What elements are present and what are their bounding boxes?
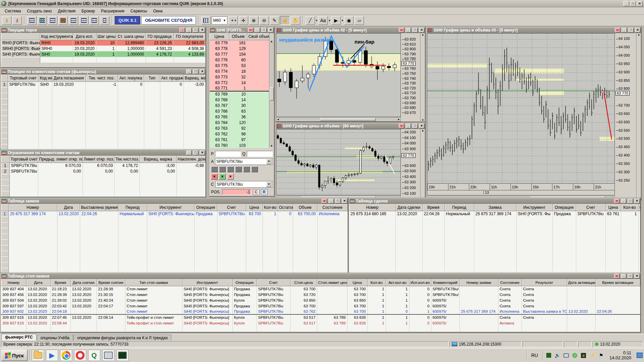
- candle-chart-icon[interactable]: [201, 16, 211, 25]
- maximize-button[interactable]: □: [193, 150, 198, 155]
- column-header[interactable]: Дата погашения: [52, 75, 86, 81]
- column-header[interactable]: Тип: [144, 75, 160, 81]
- explorer-shortcut[interactable]: [32, 350, 44, 361]
- column-header[interactable]: Остаток: [278, 204, 293, 211]
- column-header[interactable]: Предыд. лимит откр. по: [38, 156, 83, 163]
- chevron-down-icon[interactable]: ▾: [329, 19, 330, 22]
- chart3-plot[interactable]: [427, 33, 615, 184]
- new-table-icon[interactable]: [27, 16, 37, 25]
- table-row[interactable]: 63 777154: [210, 51, 269, 57]
- table-row[interactable]: 309 837 50413.02.202021:39:0213.02.20202…: [1, 297, 640, 303]
- current-trades-table[interactable]: Код инструментаДата исп.Шаг ценыСт. шага…: [1, 33, 206, 63]
- column-header[interactable]: [1, 204, 8, 211]
- column-header[interactable]: Кол-во: [263, 204, 278, 211]
- column-header[interactable]: [1, 75, 8, 81]
- eraser-icon[interactable]: ▱: [355, 16, 364, 25]
- column-header[interactable]: Время: [422, 204, 444, 211]
- minimize-button[interactable]: _: [255, 28, 260, 33]
- menu-extensions[interactable]: Расширения: [98, 8, 127, 14]
- chart60-vscrollbar[interactable]: ▲▼: [420, 129, 425, 200]
- close-button[interactable]: ✕: [200, 69, 205, 74]
- table-row[interactable]: 63 76730: [210, 103, 269, 108]
- minimize-button[interactable]: _: [186, 150, 192, 155]
- table-row[interactable]: 309 837 40413.02.202021:18:2313.02.20202…: [1, 286, 640, 292]
- maximize-button[interactable]: □: [335, 199, 340, 203]
- column-header[interactable]: Счет: [217, 204, 246, 211]
- minimize-button[interactable]: _: [623, 1, 629, 6]
- close-button[interactable]: ✕: [635, 28, 640, 33]
- maximize-button[interactable]: □: [193, 69, 198, 74]
- maximize-button[interactable]: □: [628, 274, 633, 279]
- period-select[interactable]: M60▼: [212, 16, 227, 24]
- column-header[interactable]: Стоп-цена: [290, 279, 317, 286]
- add-indicator-icon[interactable]: ＋▾: [228, 16, 238, 25]
- nvidia-settings-icon[interactable]: ◉: [581, 352, 587, 358]
- table-row[interactable]: 63 764120: [210, 120, 269, 125]
- column-header[interactable]: Вариац. маржа: [183, 75, 206, 81]
- close-button[interactable]: ✕: [634, 274, 640, 279]
- column-header[interactable]: Счет: [576, 204, 605, 211]
- zoom-out-icon[interactable]: ⊖: [260, 16, 269, 25]
- opera-shortcut[interactable]: [74, 350, 86, 361]
- column-header[interactable]: Дата исп.: [73, 33, 96, 40]
- column-header[interactable]: Инструмент: [516, 204, 552, 211]
- trades-table[interactable]: НомерДата сделкиВремяПериодЗаявкаИнструм…: [349, 204, 640, 274]
- table-row[interactable]: 63 77332: [210, 74, 269, 80]
- orderbook-table[interactable]: ЦенаОбъемСвой объем 63 77916163 77812963…: [210, 33, 269, 148]
- table-row[interactable]: 25 675 314 680 16513.02.202022:04:26Норм…: [349, 211, 640, 217]
- update-today-button[interactable]: ОБНОВИТЕ СЕГОДНЯ: [141, 16, 196, 24]
- quotes-table-icon[interactable]: [58, 16, 68, 25]
- chrome-shortcut[interactable]: [60, 350, 72, 361]
- table-row[interactable]: 63 77214: [210, 80, 269, 85]
- column-header[interactable]: Время активации: [595, 279, 640, 286]
- trend-line-icon[interactable]: ╱: [306, 16, 315, 25]
- window-title-bar[interactable]: Таблица стоп-заявок ∞ _ □ ✕: [1, 273, 640, 279]
- column-header[interactable]: Тип стоп-заявки: [125, 279, 182, 286]
- table-row[interactable]: 309 837 45613.02.202021:28:3913.02.20202…: [1, 292, 640, 297]
- pointer-hand-icon[interactable]: ☝: [280, 16, 290, 25]
- table-row[interactable]: 63 77660: [210, 57, 269, 63]
- maximize-button[interactable]: □: [412, 28, 418, 33]
- order-button-6[interactable]: [251, 166, 258, 172]
- column-header[interactable]: Код инс: [39, 75, 52, 81]
- chart2-hscrollbar[interactable]: ◄►: [276, 117, 401, 122]
- list-icon[interactable]: [100, 16, 109, 25]
- table-row[interactable]: 63 76910: [210, 91, 269, 97]
- tab-futures-rts[interactable]: фьючерс РТС: [1, 334, 37, 341]
- column-header[interactable]: Выставлена (время): [80, 204, 118, 211]
- window-title-bar[interactable]: Ограничения по клиентским счетам _ □ ✕: [1, 150, 206, 156]
- tab-reversal-figures[interactable]: определяем фигуры разворота на К и Л тре…: [73, 335, 171, 341]
- column-header[interactable]: ГО продавца: [146, 33, 173, 40]
- maximize-button[interactable]: □: [412, 124, 418, 128]
- arrow-marker-icon[interactable]: ▶: [331, 16, 341, 25]
- table-row[interactable]: 309 837 61513.02.202022:07:4513.02.20202…: [1, 314, 640, 320]
- table-row[interactable]: 309 837 61913.02.202022:08:44Тейк-профит…: [1, 320, 640, 326]
- minimize-button[interactable]: _: [186, 69, 192, 74]
- column-header[interactable]: Цена: [605, 204, 621, 211]
- column-header[interactable]: Кол-во: [621, 204, 638, 211]
- close-button[interactable]: ✕: [419, 124, 424, 128]
- minimize-button[interactable]: _: [328, 199, 334, 203]
- orderbook-scrollbar[interactable]: ▲▼: [269, 40, 274, 147]
- column-header[interactable]: Номер заявки: [460, 279, 498, 286]
- quik-shortcut[interactable]: Q: [88, 350, 100, 361]
- menu-windows[interactable]: Окна: [151, 8, 165, 14]
- column-header[interactable]: Торговый счет: [8, 75, 39, 81]
- window-title-bar[interactable]: SiH0 [FORTS: Фью ∞ _ □ ✕: [210, 27, 274, 33]
- column-header[interactable]: Шаг цены: [96, 33, 116, 40]
- move-tool-icon[interactable]: ✛: [239, 16, 248, 25]
- window-title-bar[interactable]: SiH0 График цены и объёма #2 - [5 минут]…: [276, 27, 425, 33]
- table-row[interactable]: 63 77418: [210, 68, 269, 74]
- order-button-2[interactable]: [219, 166, 226, 172]
- close-button[interactable]: ✕: [268, 28, 273, 33]
- column-header[interactable]: Время: [50, 279, 70, 286]
- minimize-button[interactable]: _: [622, 28, 627, 33]
- stop-orders-table[interactable]: НомерДатаВремяДата снятияВремя снятияТип…: [1, 279, 640, 331]
- window-title-bar[interactable]: Таблица сделок ∞ _ □ ✕: [349, 198, 640, 204]
- column-header[interactable]: Результат: [522, 279, 567, 286]
- chart3-vscrollbar[interactable]: ▲▼: [636, 33, 641, 200]
- maximize-button[interactable]: □: [193, 28, 198, 33]
- table-row[interactable]: 63 76536: [210, 114, 269, 120]
- update-check-icon[interactable]: ✓: [572, 352, 578, 358]
- table-row[interactable]: 309 837 59713.02.202022:03:4213.02.20202…: [1, 303, 640, 309]
